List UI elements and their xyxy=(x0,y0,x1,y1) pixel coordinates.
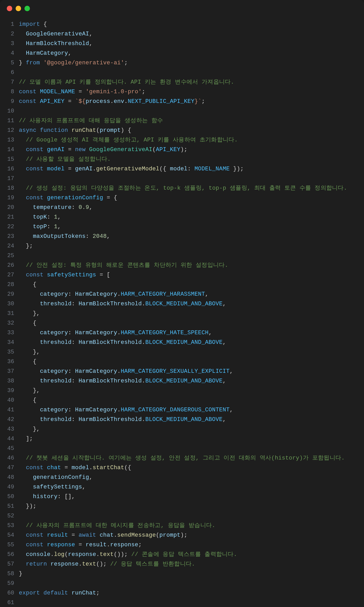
token-const: BLOCK_MEDIUM_AND_ABOVE xyxy=(145,301,223,307)
token-pun: : xyxy=(68,330,75,336)
code-line[interactable]: console.log(response.text()); // 콘솔에 응답 … xyxy=(19,550,356,559)
line-number: 21 xyxy=(7,212,14,222)
line-number: 26 xyxy=(7,261,14,270)
line-number: 16 xyxy=(7,164,14,174)
code-line[interactable]: threshold: HarmBlockThreshold.BLOCK_MEDI… xyxy=(19,376,356,386)
maximize-icon[interactable] xyxy=(24,6,30,11)
code-line[interactable]: { xyxy=(19,357,356,367)
token-const: HARM_CATEGORY_HARASSMENT xyxy=(121,291,205,298)
code-line[interactable]: // 챗봇 세션을 시작합니다. 여기에는 생성 설정, 안전 설정, 그리고 … xyxy=(19,453,356,463)
code-line[interactable] xyxy=(19,251,356,261)
code-editor[interactable]: 1234567891011121314151617181920212223242… xyxy=(0,17,364,607)
code-line[interactable]: const response = result.response; xyxy=(19,540,356,550)
code-line[interactable]: threshold: HarmBlockThreshold.BLOCK_MEDI… xyxy=(19,299,356,309)
token-var: HarmCategory xyxy=(75,330,117,336)
line-number: 61 xyxy=(7,598,14,607)
code-line[interactable]: import { xyxy=(19,20,356,29)
code-line[interactable]: threshold: HarmBlockThreshold.BLOCK_MEDI… xyxy=(19,415,356,424)
token-pun: } xyxy=(19,571,22,577)
code-line[interactable]: } from '@google/generative-ai'; xyxy=(19,58,356,68)
editor-window: 1234567891011121314151617181920212223242… xyxy=(0,0,364,607)
code-line[interactable]: ]; xyxy=(19,434,356,444)
token-pun: , xyxy=(89,40,93,47)
code-line[interactable] xyxy=(19,106,356,116)
code-line[interactable]: // 안전 설정: 특정 유형의 해로운 콘텐츠를 차단하기 위한 설정입니다. xyxy=(19,261,356,270)
token-com: // 응답 텍스트를 반환합니다. xyxy=(110,561,195,567)
code-line[interactable]: const chat = model.startChat({ xyxy=(19,463,356,473)
token-var: HarmBlockThreshold xyxy=(26,40,89,47)
code-line[interactable]: category: HarmCategory.HARM_CATEGORY_HAR… xyxy=(19,289,356,299)
token-pun: , xyxy=(223,378,226,384)
token-pun: , xyxy=(107,233,110,240)
code-line[interactable]: // 사용할 모델을 설정합니다. xyxy=(19,154,356,164)
code-line[interactable] xyxy=(19,68,356,77)
code-line[interactable]: topK: 1, xyxy=(19,212,356,222)
code-line[interactable] xyxy=(19,174,356,183)
line-number: 50 xyxy=(7,492,14,501)
token-pun: , xyxy=(58,224,61,230)
code-line[interactable]: topP: 1, xyxy=(19,222,356,232)
code-line[interactable]: history: [], xyxy=(19,492,356,501)
code-line[interactable]: category: HarmCategory.HARM_CATEGORY_DAN… xyxy=(19,405,356,415)
code-line[interactable]: HarmCategory, xyxy=(19,48,356,58)
code-line[interactable] xyxy=(19,598,356,607)
code-line[interactable]: }); xyxy=(19,501,356,511)
code-line[interactable]: const generationConfig = { xyxy=(19,193,356,203)
code-line[interactable]: // Google 생성적 AI 객체를 생성하고, API 키를 사용하여 초… xyxy=(19,135,356,145)
code-line[interactable]: maxOutputTokens: 2048, xyxy=(19,232,356,241)
token-kw: const xyxy=(26,195,43,201)
code-line[interactable]: category: HarmCategory.HARM_CATEGORY_HAT… xyxy=(19,328,356,338)
token-pun: . xyxy=(142,416,145,423)
token-var: HarmCategory xyxy=(75,368,117,375)
code-line[interactable]: threshold: HarmBlockThreshold.BLOCK_MEDI… xyxy=(19,338,356,347)
close-icon[interactable] xyxy=(7,6,12,11)
code-line[interactable]: temperature: 0.9, xyxy=(19,203,356,212)
code-line[interactable]: async function runChat(prompt) { xyxy=(19,126,356,135)
code-line[interactable]: // 모델 이름과 API 키를 정의합니다. API 키는 환경 변수에서 가… xyxy=(19,77,356,87)
code-line[interactable]: const API_KEY = `${process.env.NEXT_PUBL… xyxy=(19,97,356,106)
code-line[interactable]: const genAI = new GoogleGenerativeAI(API… xyxy=(19,145,356,154)
token-pun: ( xyxy=(65,551,68,558)
token-op: = xyxy=(68,532,79,538)
token-pun xyxy=(19,50,26,57)
token-pun: : xyxy=(86,233,93,240)
code-line[interactable]: }, xyxy=(19,386,356,395)
code-line[interactable]: }, xyxy=(19,424,356,434)
code-line[interactable]: const MODEL_NAME = 'gemini-1.0-pro'; xyxy=(19,87,356,97)
code-line[interactable]: HarmBlockThreshold, xyxy=(19,39,356,48)
code-line[interactable]: }; xyxy=(19,241,356,251)
code-line[interactable] xyxy=(19,579,356,588)
token-var: runChat xyxy=(72,590,96,596)
code-line[interactable]: const safetySettings = [ xyxy=(19,270,356,280)
code-line[interactable]: category: HarmCategory.HARM_CATEGORY_SEX… xyxy=(19,367,356,376)
line-number: 45 xyxy=(7,444,14,453)
code-line[interactable]: { xyxy=(19,318,356,328)
code-line[interactable] xyxy=(19,511,356,521)
token-pun: }, xyxy=(19,387,40,394)
code-line[interactable]: export default runChat; xyxy=(19,588,356,598)
minimize-icon[interactable] xyxy=(16,6,21,11)
code-line[interactable]: // 사용자의 프롬프트에 대해 응답을 생성하는 함수 xyxy=(19,116,356,126)
token-pun: : xyxy=(72,204,79,211)
code-line[interactable]: return response.text(); // 응답 텍스트를 반환합니다… xyxy=(19,559,356,569)
line-number: 43 xyxy=(7,424,14,434)
code-line[interactable]: }, xyxy=(19,309,356,318)
code-line[interactable]: { xyxy=(19,395,356,405)
code-line[interactable]: GoogleGenerativeAI, xyxy=(19,29,356,39)
code-line[interactable]: // 사용자의 프롬프트에 대한 메시지를 전송하고, 응답을 받습니다. xyxy=(19,521,356,530)
token-pun: , xyxy=(230,407,233,413)
code-line[interactable]: } xyxy=(19,569,356,579)
code-line[interactable]: const model = genAI.getGenerativeModel({… xyxy=(19,164,356,174)
token-pun: }, xyxy=(19,349,40,355)
line-number: 41 xyxy=(7,405,14,415)
token-var: HarmBlockThreshold xyxy=(79,339,142,346)
code-line[interactable]: { xyxy=(19,280,356,289)
code-line[interactable]: // 생성 설정: 응답의 다양성을 조절하는 온도, top-k 샘플링, t… xyxy=(19,183,356,193)
code-content[interactable]: import { GoogleGenerativeAI, HarmBlockTh… xyxy=(19,20,364,607)
code-line[interactable]: }, xyxy=(19,347,356,357)
code-line[interactable]: generationConfig, xyxy=(19,473,356,482)
code-line[interactable]: const result = await chat.sendMessage(pr… xyxy=(19,530,356,540)
code-line[interactable] xyxy=(19,444,356,453)
token-pun: . xyxy=(96,551,100,558)
code-line[interactable]: safetySettings, xyxy=(19,482,356,492)
